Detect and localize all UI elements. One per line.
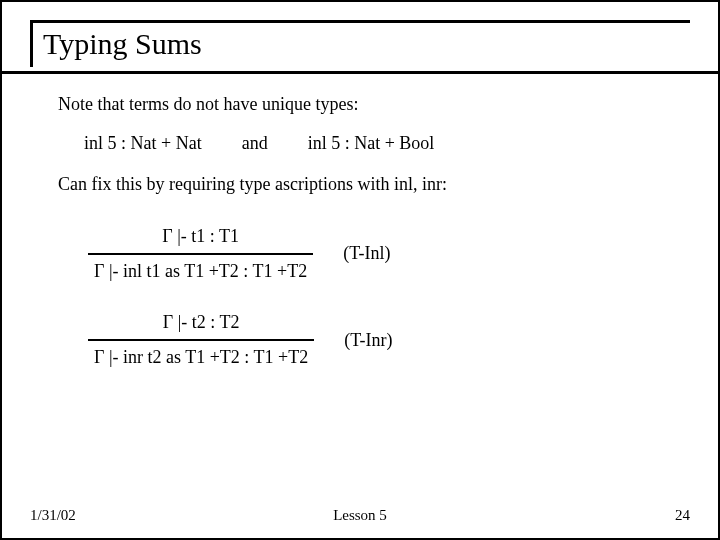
slide-title: Typing Sums [43,27,690,61]
example-1: inl 5 : Nat + Nat [84,131,202,156]
inference-rule: Γ |- t1 : T1 Γ |- inl t1 as T1 +T2 : T1 … [88,224,313,284]
rule-conclusion: Γ |- inl t1 as T1 +T2 : T1 +T2 [88,255,313,284]
rule-conclusion: Γ |- inr t2 as T1 +T2 : T1 +T2 [88,341,314,370]
example-2: inl 5 : Nat + Bool [308,131,435,156]
examples-row: inl 5 : Nat + Nat and inl 5 : Nat + Bool [84,131,672,156]
rule-name-inl: (T-Inl) [343,241,390,266]
example-and: and [242,131,268,156]
note-text: Note that terms do not have unique types… [58,92,672,117]
rule-name-inr: (T-Inr) [344,328,392,353]
rule-premise: Γ |- t1 : T1 [88,224,313,253]
rule-premise: Γ |- t2 : T2 [88,310,314,339]
footer-lesson: Lesson 5 [2,507,718,524]
rule-t-inl: Γ |- t1 : T1 Γ |- inl t1 as T1 +T2 : T1 … [88,224,672,284]
slide-body: Note that terms do not have unique types… [30,74,690,370]
slide: Typing Sums Note that terms do not have … [0,0,720,540]
fix-text: Can fix this by requiring type ascriptio… [58,172,672,197]
title-region: Typing Sums [30,20,690,67]
rule-t-inr: Γ |- t2 : T2 Γ |- inr t2 as T1 +T2 : T1 … [88,310,672,370]
slide-footer: 1/31/02 Lesson 5 24 [2,507,718,524]
inference-rule: Γ |- t2 : T2 Γ |- inr t2 as T1 +T2 : T1 … [88,310,314,370]
